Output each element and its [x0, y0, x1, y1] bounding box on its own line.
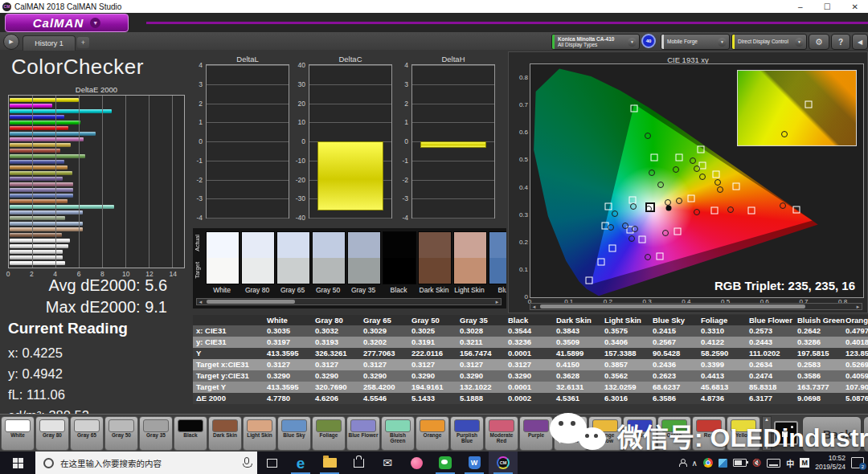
m-tray-icon[interactable]: M — [800, 458, 809, 468]
display-control-dropdown[interactable]: Direct Display Control ▼ — [731, 34, 807, 50]
deltae-bar — [10, 104, 52, 108]
collapse-panel-button[interactable]: ◀ — [852, 34, 868, 50]
pattern-window-icon[interactable] — [774, 421, 798, 445]
table-cell: 194.9161 — [408, 382, 457, 393]
pattern-button-yellow-green[interactable]: Yellow Green — [554, 416, 588, 451]
scrollbar-thumb[interactable] — [207, 300, 295, 304]
measured-marker — [690, 157, 696, 164]
deltae-bar-chart — [8, 95, 185, 268]
people-icon[interactable] — [678, 459, 686, 467]
measured-marker — [780, 202, 786, 209]
gridline — [172, 96, 173, 268]
3d-viewer-icon[interactable] — [719, 459, 727, 468]
wechat-button[interactable] — [431, 452, 460, 474]
scroll-left-icon[interactable]: ◄ — [197, 299, 204, 304]
chrome-icon[interactable] — [703, 458, 713, 468]
pattern-button-gray-50[interactable]: Gray 50 — [104, 416, 138, 451]
table-column-header: Gray 80 — [312, 315, 360, 325]
maximize-button[interactable]: ☐ — [824, 2, 831, 11]
swatch-label: Gray 80 — [240, 286, 275, 294]
pattern-label: White — [2, 433, 34, 439]
settings-button[interactable]: ⚙ — [809, 34, 829, 50]
pattern-button-purple[interactable]: Purple — [519, 416, 553, 451]
pattern-label: Blue — [624, 433, 656, 439]
close-button[interactable]: ✕ — [852, 2, 858, 11]
pattern-button-gray-65[interactable]: Gray 65 — [70, 416, 104, 451]
measured-marker — [781, 131, 788, 137]
pattern-button-green[interactable]: Green — [657, 416, 691, 451]
meter-count-badge[interactable]: 40 — [641, 34, 656, 48]
axis-tick-label: 1 — [185, 118, 203, 126]
file-explorer-button[interactable] — [315, 452, 344, 474]
scrollbar-thumb[interactable] — [540, 304, 805, 309]
pattern-button-orange[interactable]: Orange — [416, 416, 449, 451]
photos-app-button[interactable] — [402, 452, 431, 474]
table-column-header: Dark Skin — [553, 315, 601, 325]
scroll-left-icon[interactable]: ◄ — [530, 304, 538, 309]
target-marker — [805, 101, 812, 108]
pattern-button-white[interactable]: White — [1, 416, 35, 451]
edge-browser-button[interactable]: e — [286, 452, 315, 474]
swatch-label: Dark Skin — [416, 286, 452, 294]
play-button[interactable]: ▶ — [3, 34, 19, 50]
calman-logo-menu[interactable]: CalMAN ▼ — [5, 14, 129, 32]
pattern-label: Gray 35 — [140, 433, 172, 439]
help-button[interactable]: ? — [831, 34, 850, 50]
compare-scrollbar[interactable]: ◄ ► — [196, 298, 502, 305]
action-center-icon[interactable]: 2 — [851, 457, 864, 468]
pattern-button-yellow[interactable]: Yellow — [727, 416, 760, 451]
scroll-right-icon[interactable]: ► — [854, 304, 862, 309]
ime-indicator[interactable]: 中 — [786, 457, 794, 469]
back-button[interactable]: « Back — [802, 416, 862, 452]
axis-tick-label: 10 — [288, 118, 305, 126]
task-view-icon — [267, 459, 277, 468]
pattern-button-blue-flower[interactable]: Blue Flower — [346, 416, 380, 451]
pattern-button-light-skin[interactable]: Light Skin — [243, 416, 276, 451]
table-cell: 0.3032 — [312, 325, 360, 337]
pattern-button-foliage[interactable]: Foliage — [312, 416, 346, 451]
pattern-button-black[interactable]: Black — [174, 416, 207, 451]
store-button[interactable] — [344, 452, 373, 474]
pattern-button-blue-sky[interactable]: Blue Sky — [277, 416, 311, 451]
volume-muted-icon[interactable]: 🔇 — [752, 459, 761, 467]
axis-tick-label: 0.4 — [510, 184, 528, 191]
table-cell: 45.6813 — [698, 382, 746, 393]
cie-scrollbar[interactable]: ◄ ► — [530, 303, 862, 310]
avg-de2000: Avg dE2000: 5.6 — [0, 276, 167, 295]
pattern-button-gray-35[interactable]: Gray 35 — [139, 416, 173, 451]
pattern-button-bluish-green[interactable]: Bluish Green — [381, 416, 415, 451]
pattern-button-moderate-red[interactable]: Moderate Red — [485, 416, 518, 451]
scroll-right-icon[interactable]: ► — [493, 299, 501, 304]
tray-expand-icon[interactable]: ∧ — [692, 459, 698, 468]
mail-button[interactable]: ✉ — [373, 452, 402, 474]
pattern-label: Gray 80 — [36, 433, 68, 439]
target-color — [489, 258, 506, 284]
touch-keyboard-icon[interactable] — [767, 459, 780, 468]
tab-history-1[interactable]: History 1 — [23, 35, 76, 51]
calman-app-screen: CM CalMAN 2018 CalMAN Studio – ☐ ✕ CalMA… — [0, 0, 868, 474]
pattern-button-gray-80[interactable]: Gray 80 — [35, 416, 69, 451]
add-tab-button[interactable]: + — [77, 37, 89, 48]
minimize-button[interactable]: – — [798, 2, 803, 11]
source-dropdown[interactable]: Mobile Forge ▼ — [661, 34, 730, 50]
battery-icon[interactable] — [733, 459, 747, 467]
taskbar-clock[interactable]: 10:52 2019/5/24 — [815, 454, 845, 471]
taskbar-search[interactable]: 在这里输入你要搜索的内容 — [35, 452, 257, 474]
meter-dropdown[interactable]: Konica Minolta CA-410 All Display Types … — [551, 34, 640, 50]
task-view-button[interactable] — [257, 452, 286, 474]
pattern-button-purplish-blue[interactable]: Purplish Blue — [450, 416, 484, 451]
microphone-icon[interactable] — [244, 457, 249, 464]
start-button[interactable] — [0, 452, 35, 474]
strip-scroll-spinner[interactable]: ▲▼ — [762, 416, 772, 451]
pattern-button-dark-skin[interactable]: Dark Skin — [208, 416, 242, 451]
pattern-button-red[interactable]: Red — [692, 416, 726, 451]
table-cell: 0.3127 — [264, 359, 312, 370]
pattern-button-orange-yellow[interactable]: Orange Yellow — [588, 416, 622, 451]
swatch-label: Gray 50 — [310, 286, 346, 294]
pattern-button-blue[interactable]: Blue — [623, 416, 657, 451]
calman-taskbar-button[interactable]: CM — [489, 452, 518, 474]
wps-button[interactable]: W — [460, 452, 489, 474]
next-button[interactable]: Next » — [863, 416, 868, 452]
pattern-color-chip — [5, 419, 31, 432]
gridline — [412, 180, 494, 181]
